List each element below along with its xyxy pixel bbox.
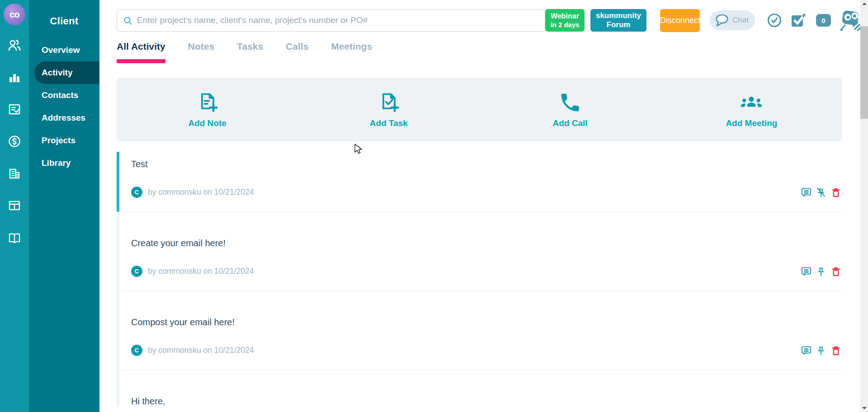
sidebar-item-addresses[interactable]: Addresses [29,107,99,129]
book-icon[interactable] [7,230,22,245]
notification-badge[interactable]: 0 [816,14,831,27]
sidebar-item-activity[interactable]: Activity [34,61,99,84]
unpin-icon[interactable] [816,187,826,198]
note-meta: by commonsku on 10/21/2024 [148,187,254,197]
task-plus-icon [377,91,401,114]
activity-tabs: All Activity Notes Tasks Calls Meetings [117,40,842,63]
sidebar-item-contacts[interactable]: Contacts [29,84,99,107]
disconnect-button[interactable]: Disconnect [660,9,700,32]
note-plus-icon [196,91,219,114]
user-avatar[interactable] [839,9,860,31]
scroll-up-arrow[interactable] [860,0,868,8]
quick-actions-bar: Add Note Add Task Add Call Add Meeting [117,78,842,141]
sidebar-item-overview[interactable]: Overview [29,39,99,61]
tab-calls[interactable]: Calls [286,40,308,63]
main-content: Webinar in 2 days skummunity Forum Disco… [99,0,860,412]
tab-all-activity[interactable]: All Activity [117,40,165,63]
dollar-icon[interactable] [7,134,22,149]
avatar: C [131,345,142,356]
chat-label: Chat [732,16,749,25]
scroll-down-arrow[interactable] [860,404,868,412]
search-bar [117,9,545,32]
commonsku-logo[interactable]: co [4,4,25,25]
checkbox-icon[interactable] [790,12,806,28]
avatar: C [131,187,142,198]
comment-icon[interactable] [801,266,811,277]
search-input[interactable] [117,9,545,32]
order-check-icon[interactable] [7,102,22,117]
tab-meetings[interactable]: Meetings [331,40,372,63]
phone-icon [558,91,582,114]
webinar-button[interactable]: Webinar in 2 days [545,9,585,32]
tab-tasks[interactable]: Tasks [237,40,263,63]
scrollbar-thumb[interactable] [860,26,868,119]
activity-item[interactable]: Compost your email here! C by commonsku … [117,291,842,370]
sidebar-rail: co [0,0,29,412]
trash-icon[interactable] [830,187,841,198]
activity-item[interactable]: Create your email here! C by commonsku o… [117,212,842,291]
active-tab-underline [117,59,165,63]
note-title: Test [131,159,842,169]
tab-notes[interactable]: Notes [188,40,214,63]
people-group-icon [740,91,763,114]
skummunity-forum-button[interactable]: skummunity Forum [590,9,646,32]
activity-item[interactable]: Test C by commonsku on 10/21/2024 [117,152,842,212]
note-title: Compost your email here! [131,317,842,328]
add-task-button[interactable]: Add Task [298,91,479,128]
search-icon [123,16,132,25]
vertical-scrollbar[interactable] [860,0,868,412]
trash-icon[interactable] [830,345,841,356]
bar-chart-icon[interactable] [7,70,22,84]
pin-icon[interactable] [816,345,826,356]
clock-icon[interactable] [766,12,783,28]
activity-item[interactable]: Hi there, [117,370,842,407]
trash-icon[interactable] [830,266,841,277]
table-icon[interactable] [7,198,22,213]
sidebar-item-library[interactable]: Library [29,152,99,174]
comment-icon[interactable] [801,187,811,198]
chat-bubble-icon [714,14,730,27]
add-note-button[interactable]: Add Note [117,91,298,128]
sidebar-item-projects[interactable]: Projects [29,129,99,152]
client-nav-panel: Client Overview Activity Contacts Addres… [29,0,99,412]
note-title: Hi there, [131,396,842,407]
note-meta: by commonsku on 10/21/2024 [148,346,254,355]
company-icon[interactable] [7,166,22,181]
avatar: C [131,266,142,277]
comment-icon[interactable] [801,345,811,356]
add-meeting-button[interactable]: Add Meeting [661,91,842,128]
activity-list: Test C by commonsku on 10/21/2024 [117,152,842,407]
contacts-icon[interactable] [7,38,22,52]
add-call-button[interactable]: Add Call [480,91,661,128]
note-meta: by commonsku on 10/21/2024 [148,267,254,276]
page-title: Client [29,0,99,27]
chat-button[interactable]: Chat [710,10,755,30]
pin-icon[interactable] [816,266,826,277]
note-title: Create your email here! [131,238,842,248]
